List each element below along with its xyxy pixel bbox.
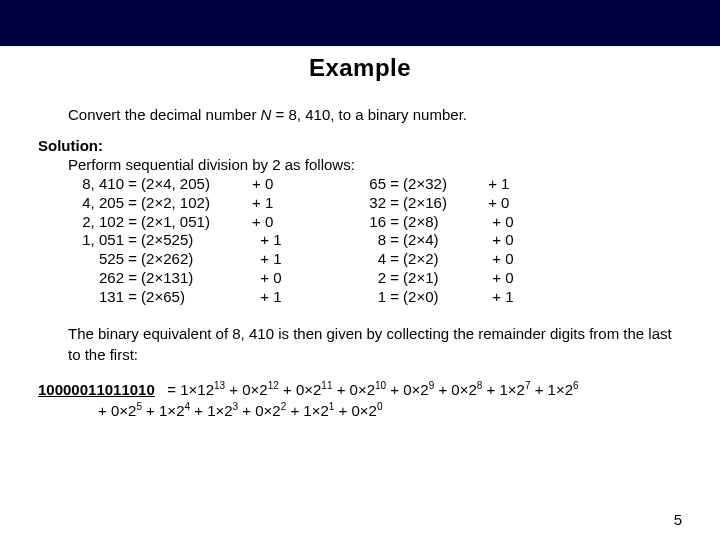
division-row: 8, 410 = (2×4, 205)+ 0 (68, 175, 358, 194)
division-row: 2, 102 = (2×1, 051)+ 0 (68, 213, 358, 232)
page-number: 5 (674, 511, 682, 528)
page-title: Example (0, 46, 720, 96)
division-row: 65 = (2×32) + 1 (358, 175, 578, 194)
division-row: 525 = (2×262) + 1 (68, 250, 358, 269)
binary-result: 10000011011010 (38, 381, 155, 398)
division-row: 1, 051 = (2×525) + 1 (68, 231, 358, 250)
division-row: 1 = (2×0) + 1 (358, 288, 578, 307)
division-row: 4, 205 = (2×2, 102)+ 1 (68, 194, 358, 213)
prompt-post: = 8, 410, to a binary number. (271, 106, 467, 123)
division-row: 32 = (2×16) + 0 (358, 194, 578, 213)
content: Convert the decimal number N = 8, 410, t… (0, 96, 720, 421)
problem-statement: Convert the decimal number N = 8, 410, t… (68, 106, 682, 123)
division-col-left: 8, 410 = (2×4, 205)+ 04, 205 = (2×2, 102… (68, 175, 358, 306)
binary-expansion: 10000011011010 = 1×1213 + 0×212 + 0×211 … (38, 379, 682, 421)
division-row: 16 = (2×8) + 0 (358, 213, 578, 232)
prompt-pre: Convert the decimal number (68, 106, 261, 123)
division-row: 131 = (2×65) + 1 (68, 288, 358, 307)
division-col-right: 65 = (2×32) + 132 = (2×16) + 016 = (2×8)… (358, 175, 578, 306)
explanation: The binary equivalent of 8, 410 is then … (68, 324, 682, 365)
solution-lead: Perform sequential division by 2 as foll… (68, 156, 682, 173)
title-bar (0, 0, 720, 46)
division-row: 262 = (2×131) + 0 (68, 269, 358, 288)
division-row: 2 = (2×1) + 0 (358, 269, 578, 288)
division-columns: 8, 410 = (2×4, 205)+ 04, 205 = (2×2, 102… (38, 175, 682, 306)
prompt-var: N (261, 106, 272, 123)
division-row: 8 = (2×4) + 0 (358, 231, 578, 250)
division-row: 4 = (2×2) + 0 (358, 250, 578, 269)
solution-heading: Solution: (38, 137, 682, 154)
